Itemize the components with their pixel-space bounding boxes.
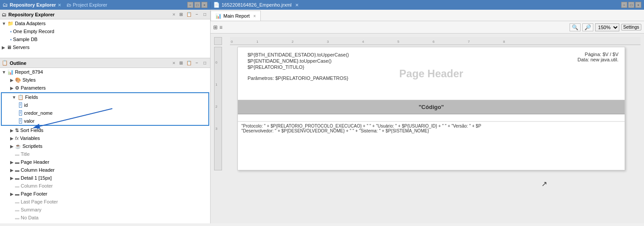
zoom-out-icon[interactable]: 🔎 [582,23,593,31]
server-icon: 🖥 [7,45,11,50]
outline-item-label: Styles [22,77,36,83]
tab-icon: 📊 [215,13,222,19]
outline-item-valor[interactable]: f valor [2,117,208,125]
header-right-content: Página: $V / $V Data: new java.util. [574,50,622,97]
outline-item-column-footer[interactable]: ▶ ▬ Column Footer [0,182,210,190]
outline-item-variables[interactable]: ▶ fx Variables [0,134,210,142]
tree-item-servers[interactable]: ▶ 🖥 Servers [0,43,210,51]
editor-tab-close[interactable]: ✕ [295,3,299,8]
outline-icon-btn-1[interactable]: ⊞ [178,60,185,67]
outline-item-label: Sort Fields [20,128,44,133]
header-line1: $P{BTH_ENTIDADE_ESTADO}.toUpperCase() [248,52,567,58]
outline-item-report[interactable]: ▼ 📊 Report_8794 [0,68,210,76]
header-line3: $P{RELATORIO_TITULO} [248,64,567,70]
section-icon: ▬ [15,168,19,173]
tree-item-sample-db[interactable]: ▪ Sample DB [0,35,210,43]
zoom-in-icon[interactable]: 🔍 [570,23,581,31]
outline-item-id[interactable]: f id [2,101,208,109]
maximize-right-btn[interactable]: □ [628,2,634,8]
outline-item-label: credor_nome [24,110,53,116]
repo-maximize-btn[interactable]: □ [201,11,208,18]
repo-icon-btn-1[interactable]: ⊞ [178,11,185,18]
outline-item-title[interactable]: ▶ ▬ Title [0,150,210,158]
outline-minimize-btn[interactable]: − [193,60,200,67]
outline-maximize-btn[interactable]: □ [201,60,208,67]
outline-item-credor-nome[interactable]: f credor_nome [2,109,208,117]
outline-item-detail1[interactable]: ▶ ▬ Detail 1 [15px] [0,174,210,182]
expand-icon: ▶ [10,136,14,141]
tree-item-label: Data Adapters [15,21,46,26]
report-page: Page Header $P{BTH_ENTIDADE_ESTADO}.toUp… [237,47,625,170]
horizontal-ruler: 0 1 2 3 4 5 6 7 8 [230,37,640,45]
minimize-right-btn[interactable]: − [621,2,627,8]
outline-item-label: Report_8794 [15,69,43,75]
right-panel: 📊 Main Report × ⊞ ≡ 🔍 🔎 150% 100% 75% 50… [211,10,644,223]
editor-tab-label: Main Report [223,13,250,19]
detail-band [238,114,625,121]
fields-icon: 📋 [18,94,24,100]
outline-item-last-page-footer[interactable]: ▶ ▬ Last Page Footer [0,198,210,206]
repo-toolbar-icons: ⊞ 📋 − □ [178,11,208,18]
outline-item-no-data[interactable]: ▶ ▬ No Data [0,214,210,222]
outline-icon-btn-2[interactable]: 📋 [185,60,192,67]
sort-icon: ⇅ [15,128,19,133]
editor-tab-main-report[interactable]: 📊 Main Report × [211,11,261,21]
field-icon: f [19,118,22,124]
canvas-area[interactable]: 0 1 2 3 4 5 6 7 8 0 1 2 3 [211,34,644,223]
maximize-left-btn[interactable]: □ [194,2,200,8]
outline-item-label: Variables [20,136,40,141]
file-icon: ▪ [10,29,12,34]
section-icon: ▬ [15,200,19,204]
toolbar-grid-icon[interactable]: ⊞ [213,24,218,30]
expand-icon: ▶ [2,45,5,50]
section-icon: ▬ [15,215,19,220]
expand-icon: ▶ [10,176,14,181]
outline-item-fields[interactable]: ▼ 📋 Fields [2,93,208,101]
close-right-btn[interactable]: × [635,2,641,8]
outline-item-label: Page Footer [21,191,48,196]
project-explorer-tab[interactable]: 🗁 Project Explorer [67,2,107,8]
outline-item-label: No Data [21,215,38,220]
outline-item-background[interactable]: ▶ ▬ Background [0,222,210,223]
outline-item-summary[interactable]: ▶ ▬ Summary [0,206,210,214]
right-window-buttons: − □ × [621,2,641,8]
outline-item-page-footer[interactable]: ▶ ▬ Page Footer [0,190,210,198]
parametros-line: Parâmetros: $P{RELATORIO_PARAMETROS} [248,75,567,81]
minimize-left-btn[interactable]: − [187,2,193,8]
repo-explorer-icon: 🗂 [3,2,8,8]
ruler-mark-2: 2 [292,40,293,44]
outline-item-column-header[interactable]: ▶ ▬ Column Header [0,166,210,174]
tree-item-one-empty[interactable]: ▪ One Empty Record [0,27,210,35]
tree-item-label: One Empty Record [13,29,55,34]
section-icon: ▬ [15,176,19,181]
report-with-ruler: 0 1 2 3 Page Header $P{BTH_ENTIDADE_ESTA… [214,47,640,170]
outline-item-scriptlets[interactable]: ▶ ☕ Scriptlets [0,142,210,150]
editor-toolbar: ⊞ ≡ 🔍 🔎 150% 100% 75% 50% Settings [211,21,644,34]
expand-icon: ▼ [12,95,16,100]
outline-item-parameters[interactable]: ▶ ⚙ Parameters [0,84,210,92]
expand-icon: ▼ [2,21,6,26]
toolbar-list-icon[interactable]: ≡ [219,24,222,30]
tree-item-data-adapters[interactable]: ▼ 📁 Data Adapters [0,19,210,27]
outline-toolbar-icons: ⊞ 📋 − □ [178,60,208,67]
vertical-ruler: 0 1 2 3 [214,47,222,170]
close-left-btn[interactable]: × [201,2,207,8]
repo-minimize-btn[interactable]: − [193,11,200,18]
left-panel-titlebar: 🗂 Repository Explorer ✕ 🗁 Project Explor… [0,2,211,8]
zoom-level-select[interactable]: 150% 100% 75% 50% [595,23,619,31]
vruler-0: 0 [215,60,217,64]
outline-item-sort-fields[interactable]: ▶ ⇅ Sort Fields [0,126,210,134]
cursor-pointer: ↗ [541,180,547,188]
outline-item-label: Page Header [21,159,49,165]
expand-icon: ▶ [10,168,14,173]
expand-icon: ▶ [10,192,14,196]
repo-icon-btn-2[interactable]: 📋 [185,11,192,18]
section-icon: ▬ [15,160,19,165]
header-line2: $P{ENTIDADE_NOME}.toUpperCase() [248,58,567,64]
outline-item-page-header[interactable]: ▶ ▬ Page Header [0,158,210,166]
settings-button[interactable]: Settings [621,24,641,30]
outline-item-styles[interactable]: ▶ 🎨 Styles [0,76,210,84]
vars-icon: fx [15,136,19,141]
scriptlets-icon: ☕ [15,143,21,149]
tab-close-icon[interactable]: × [253,14,256,19]
